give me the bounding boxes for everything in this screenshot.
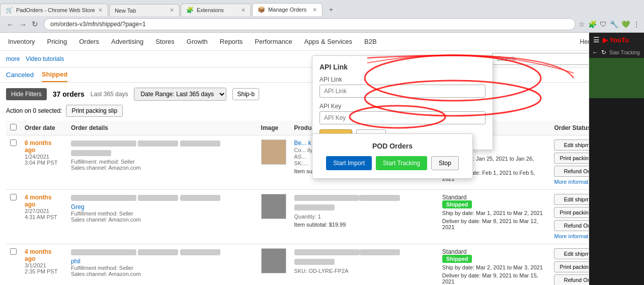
yt-refresh-btn[interactable]: ↻: [601, 49, 606, 56]
row-checkbox-2[interactable]: [10, 248, 17, 255]
order-time: 4:31 AM PST: [25, 214, 63, 220]
nav-orders[interactable]: Orders: [77, 37, 101, 46]
product-detail2-blurred: [294, 259, 335, 265]
deliver-date: Deliver by date: Mar 9, 2021 to Mar 15, …: [442, 272, 546, 284]
more-link[interactable]: more: [6, 55, 20, 62]
bookmark-icon[interactable]: ☆: [579, 20, 585, 28]
yt-menu-icon[interactable]: ☰: [593, 36, 600, 44]
customer-name[interactable]: Greg: [71, 203, 253, 210]
nav-stores[interactable]: Stores: [153, 37, 177, 46]
status-badge: Shipped: [442, 200, 472, 208]
back-button[interactable]: ←: [4, 19, 17, 30]
order-time: 3:04 PM PST: [25, 160, 63, 166]
order-id-blurred: [71, 249, 136, 255]
status-badge: Shipped: [442, 255, 472, 263]
tab-label-newtab: New Tab: [115, 8, 136, 14]
tab-shipped[interactable]: Shipped: [42, 70, 67, 82]
tab-favicon-orders: 📦: [258, 6, 265, 13]
reload-button[interactable]: ↻: [29, 19, 41, 30]
order-time: 2:35 PM PST: [25, 268, 63, 274]
product-image: [261, 139, 286, 165]
extension-icon4[interactable]: 💚: [621, 20, 630, 28]
product-name-blurred: [294, 249, 360, 255]
tab-close-2[interactable]: ✕: [170, 7, 174, 14]
product-image: [261, 248, 286, 273]
extension-icon1[interactable]: 🧩: [588, 20, 597, 28]
product-detail1-blurred: [360, 249, 400, 255]
pod-modal-title: POD Orders: [320, 142, 464, 150]
tab-close-1[interactable]: ✕: [98, 7, 103, 14]
order-id-blurred: [71, 195, 136, 201]
stop-button[interactable]: Stop: [431, 156, 459, 170]
ship-button[interactable]: Ship-b: [232, 88, 259, 100]
extension-icon2[interactable]: 🛡: [600, 20, 607, 28]
order-detail-blurred: [138, 140, 178, 147]
sales-channel: Sales channel: Amazon.com: [71, 217, 253, 223]
tab-favicon-ext: 🧩: [186, 7, 194, 14]
deliver-date: Deliver by date: Mar 8, 2021 to Mar 12, …: [442, 218, 546, 230]
fulfillment-method: Fulfillment method: Seller: [71, 210, 253, 217]
order-detail2-blurred: [180, 249, 220, 255]
order-time-ago: 4 months ago: [25, 248, 63, 262]
tab-extensions[interactable]: 🧩 Extensions ✕: [181, 4, 251, 16]
order-date: 1/24/2021: [25, 154, 63, 160]
start-tracking-button[interactable]: Start Tracking: [376, 156, 427, 170]
order-time-ago: 4 months ago: [25, 194, 63, 208]
menu-icon[interactable]: ⋮: [633, 20, 640, 28]
nav-pricing[interactable]: Pricing: [45, 37, 69, 46]
forward-button[interactable]: →: [17, 19, 29, 30]
tab-newtab[interactable]: New Tab ✕: [109, 4, 180, 16]
nav-growth[interactable]: Growth: [185, 37, 210, 46]
nav-performance[interactable]: Performance: [253, 37, 294, 46]
customer-name[interactable]: phil: [71, 258, 253, 265]
tab-canceled[interactable]: Canceled: [6, 71, 34, 82]
nav-inventory[interactable]: Inventory: [6, 37, 37, 46]
hide-filters-button[interactable]: Hide Filters: [6, 88, 47, 100]
search-input[interactable]: [492, 53, 603, 65]
col-order-details: Order details: [67, 121, 257, 135]
order-date: 2/27/2021: [25, 208, 63, 214]
api-key-input[interactable]: [319, 111, 486, 124]
order-id-blurred: [71, 140, 136, 147]
print-packing-slip-button[interactable]: Print packing slip: [66, 105, 123, 117]
row-checkbox-0[interactable]: [10, 139, 17, 146]
fulfillment-method: Fulfillment method: Seller: [71, 265, 253, 271]
ship-date: Ship by date: Mar 1, 2021 to Mar 2, 2021: [442, 210, 546, 216]
api-link-input[interactable]: [319, 85, 486, 98]
tab-close-3[interactable]: ✕: [241, 7, 246, 14]
extension-icon3[interactable]: 🔧: [610, 20, 618, 28]
row-checkbox-1[interactable]: [10, 194, 17, 200]
date-range-select[interactable]: Date Range: Last 365 days: [134, 88, 226, 101]
customer-option: Standard: [442, 194, 546, 201]
product-subtotal: Item subtotal: $19.99: [294, 222, 434, 228]
tab-label-ext: Extensions: [197, 7, 224, 13]
tab-close-4[interactable]: ✕: [312, 7, 317, 13]
tab-manage-orders[interactable]: 📦 Manage Orders ✕: [252, 3, 323, 16]
sales-channel: Sales channel: Amazon.com: [71, 165, 253, 171]
nav-advertising[interactable]: Advertising: [109, 37, 145, 46]
api-key-label: API Key: [319, 103, 486, 110]
product-sku: SKU: OD-LYRE-FP2A: [294, 268, 434, 274]
product-detail1-blurred: [360, 195, 400, 201]
address-bar[interactable]: om/orders-v3/mfn/shipped/?page=1: [44, 18, 576, 30]
customer-name: [71, 150, 111, 156]
nav-b2b[interactable]: B2B: [362, 37, 379, 46]
action-label: Action on 0 selected:: [6, 107, 62, 114]
yt-thumbnail: [589, 58, 644, 98]
video-tutorials-link[interactable]: Video tutorials: [26, 55, 64, 62]
yt-tracking-label: Sian Tracking: [609, 50, 640, 55]
top-nav: Inventory Pricing Orders Advertising Sto…: [0, 33, 644, 51]
nav-reports[interactable]: Reports: [218, 37, 245, 46]
tab-podorders[interactable]: 🛒 PadOrders - Chrome Web Store ✕: [0, 4, 108, 16]
tab-label: PadOrders - Chrome Web Store: [16, 7, 95, 13]
select-all-checkbox[interactable]: [10, 124, 17, 130]
order-detail2-blurred: [180, 140, 220, 147]
order-detail2-blurred: [180, 195, 220, 201]
customer-option: Standard: [442, 248, 546, 255]
tab-label-orders: Manage Orders: [268, 7, 306, 13]
col-order-date: Order date: [21, 121, 67, 135]
new-tab-button[interactable]: ＋: [324, 3, 339, 16]
start-import-button[interactable]: Start Import: [326, 156, 372, 170]
yt-back-btn[interactable]: ←: [592, 49, 598, 56]
nav-apps[interactable]: Apps & Services: [302, 37, 354, 46]
